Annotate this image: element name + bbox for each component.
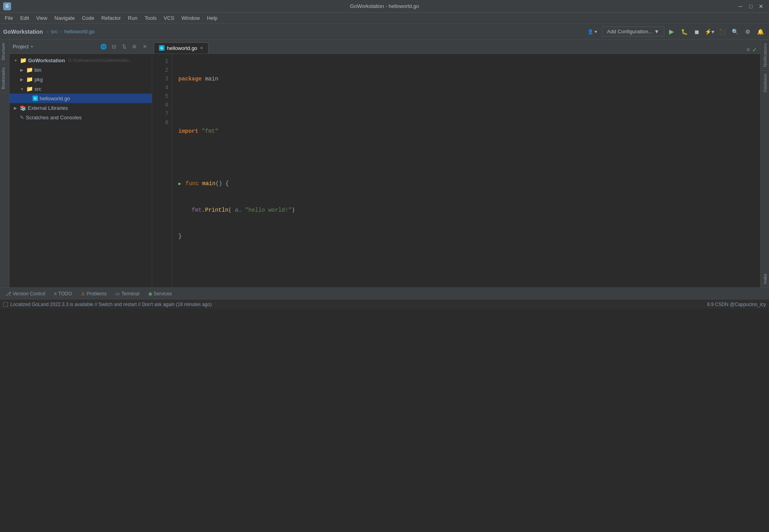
line-num-6: 6	[152, 101, 168, 109]
menu-tools[interactable]: Tools	[142, 14, 160, 22]
version-control-icon: ⎇	[6, 291, 11, 297]
minimize-button[interactable]: ─	[736, 2, 745, 11]
titlebar: G GoWorkstation - helloworld.go ─ □ ✕	[0, 0, 769, 13]
extlib-icon: 📚	[20, 105, 26, 111]
coverage-button[interactable]: ◼	[691, 26, 702, 37]
expand-icon-pkg: ▶	[19, 77, 25, 82]
titlebar-controls: ─ □ ✕	[736, 2, 766, 11]
notification-message: Localized GoLand 2022.3.3 is available /…	[10, 302, 212, 307]
editor-area: G helloworld.go ✕ ≡ ✓ 1 2 3 4 5 6 7 8 pa…	[152, 40, 760, 287]
tree-label-helloworld: helloworld.go	[40, 96, 70, 101]
project-close-icon[interactable]: ✕	[141, 43, 149, 51]
database-panel-label[interactable]: Database	[761, 70, 769, 96]
scratches-icon: ✎	[20, 115, 24, 121]
tree-item-helloworld[interactable]: G helloworld.go	[10, 94, 152, 103]
profile-dropdown-button[interactable]: ⚡▾	[704, 26, 715, 37]
toolbar-file: helloworld.go	[64, 29, 95, 34]
project-tree: ▾ 📁 GoWorkstation D:\Softwares\GO\GoWork…	[10, 54, 152, 287]
menu-run[interactable]: Run	[125, 14, 141, 22]
project-sort-icon[interactable]: ⇅	[120, 43, 128, 51]
titlebar-left: G	[3, 2, 11, 10]
right-sidebar: Notifications Database make	[760, 40, 769, 287]
close-button[interactable]: ✕	[756, 2, 766, 11]
run-button[interactable]: ▶	[666, 26, 677, 37]
tab-menu-button[interactable]: ≡	[744, 46, 752, 54]
code-content[interactable]: package main import "fmt" ▶func main() {…	[172, 54, 760, 287]
line-num-7: 7	[152, 109, 168, 118]
notifications-panel-label[interactable]: Notifications	[761, 40, 769, 70]
project-collapse-icon[interactable]: ⊟	[110, 43, 118, 51]
project-dropdown-icon[interactable]: ▾	[31, 44, 33, 49]
breadcrumb-sep-1: ›	[47, 29, 48, 34]
tree-item-root[interactable]: ▾ 📁 GoWorkstation D:\Softwares\GO\GoWork…	[10, 55, 152, 65]
menu-file[interactable]: File	[2, 14, 16, 22]
settings-button[interactable]: ⚙	[742, 26, 753, 37]
editor-tab-helloworld[interactable]: G helloworld.go ✕	[154, 42, 209, 54]
menu-code[interactable]: Code	[79, 14, 98, 22]
app-logo: G	[3, 2, 11, 10]
tree-item-src[interactable]: ▾ 📁 src	[10, 84, 152, 94]
terminal-icon: ▭	[115, 291, 120, 297]
code-editor[interactable]: 1 2 3 4 5 6 7 8 package main import "fmt…	[152, 54, 760, 287]
line-numbers: 1 2 3 4 5 6 7 8	[152, 54, 172, 287]
terminal-tab[interactable]: ▭ Terminal	[111, 289, 143, 298]
services-tab[interactable]: ◉ Services	[144, 289, 176, 298]
version-control-label: Version Control	[13, 291, 45, 297]
tree-label-scratches: Scratches and Consoles	[26, 115, 82, 121]
toolbar: GoWorkstation › src › helloworld.go 👤 ▾ …	[0, 24, 769, 40]
tree-item-extlib[interactable]: ▶ 📚 External Libraries	[10, 103, 152, 113]
run-gutter-icon[interactable]: ▶	[178, 180, 185, 188]
project-name: GoWorkstation	[3, 29, 43, 35]
tree-item-bin[interactable]: ▶ 📁 bin	[10, 65, 152, 75]
problems-tab[interactable]: ⚠ Problems	[77, 289, 111, 298]
notification-checkbox[interactable]	[3, 302, 8, 307]
expand-icon-bin: ▶	[19, 67, 25, 73]
expand-icon-src: ▾	[19, 86, 25, 92]
window-title: GoWorkstation - helloworld.go	[350, 3, 419, 9]
todo-tab[interactable]: ≡ TODO	[50, 289, 76, 298]
tab-close-button[interactable]: ✕	[200, 46, 203, 51]
project-settings-icon[interactable]: ⚙	[130, 43, 138, 51]
menu-view[interactable]: View	[33, 14, 50, 22]
breadcrumb-sep-2: ›	[60, 29, 62, 34]
add-config-label: Add Configuration...	[607, 29, 652, 34]
menu-window[interactable]: Window	[178, 14, 203, 22]
project-globe-icon[interactable]: 🌐	[99, 43, 107, 51]
toolbar-src: src	[51, 29, 57, 34]
menu-help[interactable]: Help	[204, 14, 221, 22]
menu-edit[interactable]: Edit	[17, 14, 32, 22]
line-num-4: 4	[152, 83, 168, 92]
project-panel-header: Project ▾ 🌐 ⊟ ⇅ ⚙ ✕	[10, 40, 152, 54]
problems-icon: ⚠	[81, 291, 85, 297]
make-panel-label[interactable]: make	[762, 270, 768, 287]
version-control-tab[interactable]: ⎇ Version Control	[2, 289, 49, 298]
tree-label-src: src	[34, 86, 41, 92]
folder-icon-src: 📁	[26, 86, 33, 92]
debug-button[interactable]: 🐛	[679, 26, 690, 37]
maximize-button[interactable]: □	[746, 2, 756, 11]
git-user-button[interactable]: 👤 ▾	[584, 27, 600, 36]
tree-item-pkg[interactable]: ▶ 📁 pkg	[10, 75, 152, 84]
project-panel-title: Project	[13, 44, 29, 50]
terminal-label: Terminal	[121, 291, 139, 297]
stop-button[interactable]: ⬛	[717, 26, 728, 37]
menu-refactor[interactable]: Refactor	[98, 14, 124, 22]
tab-file-icon: G	[159, 45, 165, 51]
code-line-4	[178, 153, 754, 162]
bookmarks-panel-label[interactable]: Bookmarks	[0, 64, 9, 93]
line-num-8: 8	[152, 118, 168, 127]
structure-panel-label[interactable]: Structure	[0, 40, 9, 64]
folder-icon-pkg: 📁	[26, 76, 33, 82]
expand-icon-root: ▾	[13, 57, 18, 63]
tree-root-path: D:\Softwares\GO\GoWorkstatio...	[68, 58, 132, 63]
menu-vcs[interactable]: VCS	[161, 14, 178, 22]
updates-button[interactable]: 🔔	[755, 26, 766, 37]
expand-icon-extlib: ▶	[13, 105, 18, 111]
tree-item-scratches[interactable]: ✎ Scratches and Consoles	[10, 113, 152, 122]
todo-icon: ≡	[54, 291, 57, 297]
menu-navigate[interactable]: Navigate	[51, 14, 78, 22]
code-line-2	[178, 101, 754, 109]
search-everywhere-button[interactable]: 🔍	[729, 26, 740, 37]
tree-label-bin: bin	[34, 67, 41, 73]
add-configuration-button[interactable]: Add Configuration... ▼	[602, 27, 664, 36]
